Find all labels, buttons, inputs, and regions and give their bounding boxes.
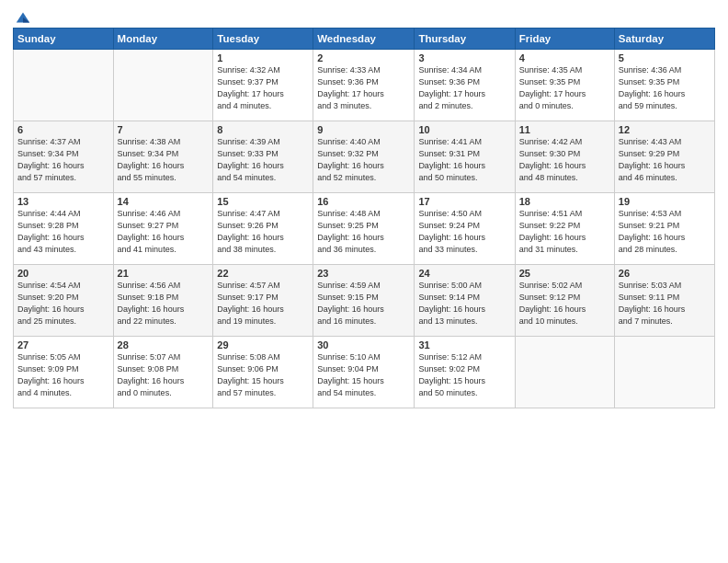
calendar-table: SundayMondayTuesdayWednesdayThursdayFrid…	[13, 28, 715, 408]
day-info: Sunrise: 4:59 AM Sunset: 9:15 PM Dayligh…	[317, 280, 410, 327]
day-info: Sunrise: 4:51 AM Sunset: 9:22 PM Dayligh…	[519, 208, 610, 256]
day-number: 16	[317, 196, 410, 207]
day-info: Sunrise: 5:03 AM Sunset: 9:11 PM Dayligh…	[619, 280, 711, 327]
calendar-cell: 3Sunrise: 4:34 AM Sunset: 9:36 PM Daylig…	[415, 50, 515, 121]
calendar-cell: 12Sunrise: 4:43 AM Sunset: 9:29 PM Dayli…	[614, 121, 714, 193]
day-number: 3	[418, 52, 510, 63]
calendar-cell: 9Sunrise: 4:40 AM Sunset: 9:32 PM Daylig…	[313, 121, 415, 193]
day-info: Sunrise: 4:50 AM Sunset: 9:24 PM Dayligh…	[418, 208, 510, 256]
day-info: Sunrise: 4:42 AM Sunset: 9:30 PM Dayligh…	[519, 136, 610, 184]
day-info: Sunrise: 4:46 AM Sunset: 9:27 PM Dayligh…	[118, 208, 210, 256]
day-number: 18	[519, 196, 610, 207]
day-number: 12	[619, 124, 711, 135]
calendar-cell: 5Sunrise: 4:36 AM Sunset: 9:35 PM Daylig…	[614, 50, 714, 121]
calendar-cell	[515, 337, 614, 408]
day-number: 9	[317, 124, 410, 135]
day-number: 22	[217, 268, 309, 279]
calendar-cell: 27Sunrise: 5:05 AM Sunset: 9:09 PM Dayli…	[14, 337, 114, 408]
calendar-cell: 15Sunrise: 4:47 AM Sunset: 9:26 PM Dayli…	[213, 193, 313, 265]
weekday-header-saturday: Saturday	[614, 29, 714, 50]
day-info: Sunrise: 4:44 AM Sunset: 9:28 PM Dayligh…	[17, 208, 109, 256]
day-number: 23	[317, 268, 410, 279]
calendar-cell: 4Sunrise: 4:35 AM Sunset: 9:35 PM Daylig…	[515, 50, 614, 121]
day-info: Sunrise: 4:56 AM Sunset: 9:18 PM Dayligh…	[118, 280, 210, 327]
day-info: Sunrise: 4:48 AM Sunset: 9:25 PM Dayligh…	[317, 208, 410, 256]
calendar-cell: 19Sunrise: 4:53 AM Sunset: 9:21 PM Dayli…	[614, 193, 714, 265]
weekday-header-friday: Friday	[515, 29, 614, 50]
day-number: 1	[217, 52, 309, 63]
day-number: 17	[418, 196, 510, 207]
weekday-header-wednesday: Wednesday	[313, 29, 415, 50]
week-row-3: 13Sunrise: 4:44 AM Sunset: 9:28 PM Dayli…	[14, 193, 715, 265]
day-info: Sunrise: 4:53 AM Sunset: 9:21 PM Dayligh…	[619, 208, 711, 256]
weekday-header-sunday: Sunday	[14, 29, 114, 50]
day-number: 29	[217, 339, 309, 350]
day-info: Sunrise: 4:43 AM Sunset: 9:29 PM Dayligh…	[619, 136, 711, 184]
day-number: 26	[619, 268, 711, 279]
day-info: Sunrise: 5:07 AM Sunset: 9:08 PM Dayligh…	[118, 351, 210, 399]
day-number: 25	[519, 268, 610, 279]
calendar-cell: 28Sunrise: 5:07 AM Sunset: 9:08 PM Dayli…	[113, 337, 213, 408]
calendar-cell: 1Sunrise: 4:32 AM Sunset: 9:37 PM Daylig…	[213, 50, 313, 121]
calendar-cell	[614, 337, 714, 408]
calendar-cell: 24Sunrise: 5:00 AM Sunset: 9:14 PM Dayli…	[415, 265, 515, 337]
day-info: Sunrise: 4:35 AM Sunset: 9:35 PM Dayligh…	[519, 64, 610, 112]
day-number: 24	[418, 268, 510, 279]
calendar-cell: 14Sunrise: 4:46 AM Sunset: 9:27 PM Dayli…	[113, 193, 213, 265]
calendar-cell: 22Sunrise: 4:57 AM Sunset: 9:17 PM Dayli…	[213, 265, 313, 337]
day-number: 21	[118, 268, 210, 279]
day-number: 30	[317, 339, 410, 350]
day-number: 8	[217, 124, 309, 135]
calendar-cell: 25Sunrise: 5:02 AM Sunset: 9:12 PM Dayli…	[515, 265, 614, 337]
calendar-cell: 2Sunrise: 4:33 AM Sunset: 9:36 PM Daylig…	[313, 50, 415, 121]
day-number: 20	[17, 268, 109, 279]
day-number: 19	[619, 196, 711, 207]
calendar-cell: 21Sunrise: 4:56 AM Sunset: 9:18 PM Dayli…	[113, 265, 213, 337]
day-number: 11	[519, 124, 610, 135]
day-number: 14	[118, 196, 210, 207]
calendar-cell: 8Sunrise: 4:39 AM Sunset: 9:33 PM Daylig…	[213, 121, 313, 193]
weekday-header-monday: Monday	[113, 29, 213, 50]
calendar-cell: 26Sunrise: 5:03 AM Sunset: 9:11 PM Dayli…	[614, 265, 714, 337]
day-number: 4	[519, 52, 610, 63]
day-number: 31	[418, 339, 510, 350]
day-info: Sunrise: 4:36 AM Sunset: 9:35 PM Dayligh…	[619, 64, 711, 112]
week-row-4: 20Sunrise: 4:54 AM Sunset: 9:20 PM Dayli…	[14, 265, 715, 337]
calendar-cell: 23Sunrise: 4:59 AM Sunset: 9:15 PM Dayli…	[313, 265, 415, 337]
calendar-cell: 16Sunrise: 4:48 AM Sunset: 9:25 PM Dayli…	[313, 193, 415, 265]
day-info: Sunrise: 5:02 AM Sunset: 9:12 PM Dayligh…	[519, 280, 610, 327]
day-info: Sunrise: 5:08 AM Sunset: 9:06 PM Dayligh…	[217, 351, 309, 399]
day-number: 5	[619, 52, 711, 63]
day-number: 15	[217, 196, 309, 207]
day-number: 28	[118, 339, 210, 350]
day-info: Sunrise: 4:33 AM Sunset: 9:36 PM Dayligh…	[317, 64, 410, 112]
calendar-cell: 13Sunrise: 4:44 AM Sunset: 9:28 PM Dayli…	[14, 193, 114, 265]
day-info: Sunrise: 5:12 AM Sunset: 9:02 PM Dayligh…	[418, 351, 510, 399]
logo-icon	[15, 9, 31, 26]
day-number: 10	[418, 124, 510, 135]
day-info: Sunrise: 4:40 AM Sunset: 9:32 PM Dayligh…	[317, 136, 410, 184]
calendar-cell: 18Sunrise: 4:51 AM Sunset: 9:22 PM Dayli…	[515, 193, 614, 265]
weekday-header-row: SundayMondayTuesdayWednesdayThursdayFrid…	[14, 29, 715, 50]
logo	[13, 9, 31, 22]
day-info: Sunrise: 4:39 AM Sunset: 9:33 PM Dayligh…	[217, 136, 309, 184]
calendar-cell: 20Sunrise: 4:54 AM Sunset: 9:20 PM Dayli…	[14, 265, 114, 337]
page: SundayMondayTuesdayWednesdayThursdayFrid…	[0, 0, 728, 563]
day-info: Sunrise: 4:32 AM Sunset: 9:37 PM Dayligh…	[217, 64, 309, 112]
day-info: Sunrise: 5:05 AM Sunset: 9:09 PM Dayligh…	[17, 351, 109, 399]
day-info: Sunrise: 4:37 AM Sunset: 9:34 PM Dayligh…	[17, 136, 109, 184]
calendar-cell: 10Sunrise: 4:41 AM Sunset: 9:31 PM Dayli…	[415, 121, 515, 193]
day-number: 7	[118, 124, 210, 135]
day-info: Sunrise: 4:38 AM Sunset: 9:34 PM Dayligh…	[118, 136, 210, 184]
week-row-1: 1Sunrise: 4:32 AM Sunset: 9:37 PM Daylig…	[14, 50, 715, 121]
calendar-cell: 7Sunrise: 4:38 AM Sunset: 9:34 PM Daylig…	[113, 121, 213, 193]
week-row-2: 6Sunrise: 4:37 AM Sunset: 9:34 PM Daylig…	[14, 121, 715, 193]
header	[13, 9, 715, 22]
week-row-5: 27Sunrise: 5:05 AM Sunset: 9:09 PM Dayli…	[14, 337, 715, 408]
day-info: Sunrise: 4:34 AM Sunset: 9:36 PM Dayligh…	[418, 64, 510, 112]
calendar-cell: 31Sunrise: 5:12 AM Sunset: 9:02 PM Dayli…	[415, 337, 515, 408]
day-info: Sunrise: 5:00 AM Sunset: 9:14 PM Dayligh…	[418, 280, 510, 327]
calendar-cell: 17Sunrise: 4:50 AM Sunset: 9:24 PM Dayli…	[415, 193, 515, 265]
day-number: 13	[17, 196, 109, 207]
weekday-header-tuesday: Tuesday	[213, 29, 313, 50]
